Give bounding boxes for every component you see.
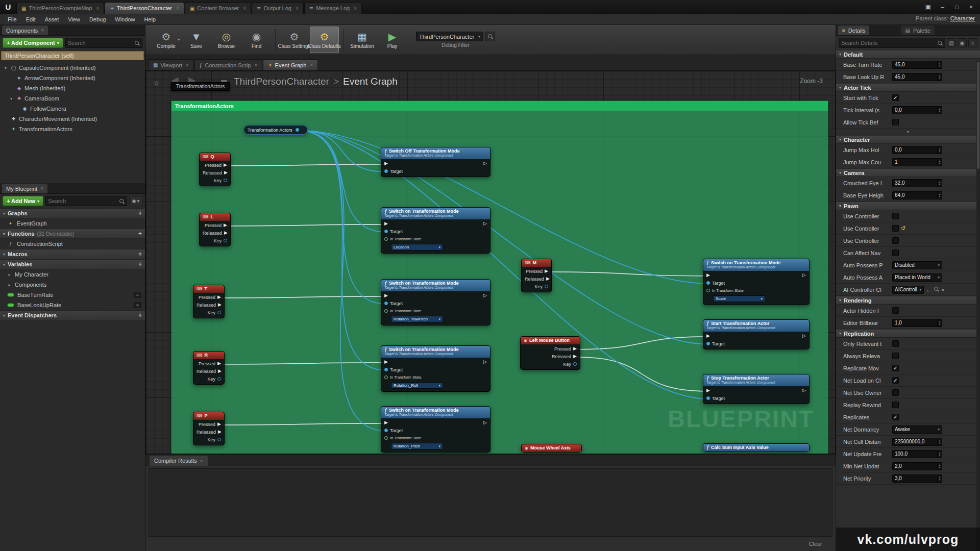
exec-output-pin[interactable]: ▶ (224, 223, 227, 228)
section-macros[interactable]: ▾Macros+ (0, 249, 145, 259)
expander-icon[interactable]: ▾ (9, 96, 14, 101)
menu-debug[interactable]: Debug (85, 15, 110, 24)
item-eventgraph[interactable]: ✦EventGraph (0, 218, 145, 229)
exec-output-pin[interactable]: ▷ (802, 273, 806, 278)
node-input-q[interactable]: ⌨QPressed▶Released▶Key (199, 153, 231, 186)
exec-output-pin[interactable]: ▶ (218, 430, 222, 434)
target-input-pin[interactable] (384, 302, 388, 305)
section-expand-caret[interactable]: ▾ (836, 129, 980, 135)
exec-output-pin[interactable]: ▷ (802, 388, 806, 393)
number-field[interactable]: 32,0▴▾ (892, 179, 942, 187)
components-tab[interactable]: Components × (2, 26, 48, 35)
expander-icon[interactable]: ▸ (7, 283, 12, 287)
variable-visibility-icon[interactable]: ≡ (134, 292, 141, 298)
close-icon[interactable]: × (176, 6, 179, 11)
section-graphs[interactable]: ▾Graphs+ (0, 208, 145, 218)
node-transformation-actors[interactable]: Transformation Actors (243, 125, 308, 135)
spinner[interactable]: ▴▾ (937, 475, 942, 482)
component-mesh-inherited[interactable]: ◆Mesh (Inherited) (0, 83, 145, 93)
add-icon[interactable]: + (138, 261, 142, 268)
checkbox[interactable] (892, 225, 899, 232)
number-field[interactable]: 0,0▴▾ (892, 146, 942, 154)
exec-output-pin[interactable]: ▶ (218, 303, 222, 307)
spinner[interactable]: ▴▾ (937, 438, 942, 445)
exec-output-pin[interactable]: ▶ (224, 163, 227, 167)
add-component-button[interactable]: + Add Component ▾ (3, 38, 63, 48)
state-dropdown[interactable]: Rotation_YawPitch▾ (391, 316, 443, 322)
exec-output-pin[interactable]: ▶ (545, 269, 548, 273)
spinner[interactable]: ▴▾ (937, 107, 942, 114)
menu-file[interactable]: File (3, 15, 21, 24)
item-components[interactable]: ▸Components (0, 280, 145, 290)
exec-output-pin[interactable]: ▶ (217, 422, 221, 427)
exec-output-pin[interactable]: ▷ (483, 420, 487, 425)
lock-icon[interactable]: ≡ (968, 38, 977, 47)
exec-input-pin[interactable]: ▶ (706, 388, 710, 393)
node-input-l[interactable]: ⌨LPressed▶Released▶Key (199, 213, 231, 246)
exec-output-pin[interactable]: ▶ (224, 231, 228, 235)
class-defaults-button[interactable]: ⚙Class Defaults (310, 27, 339, 53)
number-field[interactable]: 45,0▴▾ (892, 61, 942, 69)
visibility-filter-button[interactable]: ◉ ▾ (129, 196, 142, 206)
number-field[interactable]: 3,0▴▾ (892, 474, 942, 483)
menu-view[interactable]: View (63, 15, 85, 24)
compile-button[interactable]: ⚙Compile▾ (152, 27, 181, 53)
state-input-pin[interactable] (384, 309, 388, 313)
state-dropdown[interactable]: Scale▾ (713, 295, 765, 302)
exec-output-pin[interactable]: ▶ (573, 354, 577, 359)
key-output-pin[interactable] (217, 311, 221, 314)
spinner[interactable]: ▴▾ (937, 319, 942, 327)
spinner[interactable]: ▴▾ (937, 450, 942, 458)
checkbox[interactable]: ✓ (892, 365, 899, 371)
dropdown[interactable]: Awake▾ (892, 425, 942, 434)
window-tab-output-log[interactable]: ≣Output Log× (252, 2, 304, 14)
window-tab-thirdpersonexamplemap[interactable]: ▦ThirdPersonExampleMap× (16, 2, 104, 14)
exec-output-pin[interactable]: ▷ (483, 360, 487, 364)
browse-button[interactable]: ◎Browse (212, 27, 241, 53)
parent-class-value[interactable]: Character (950, 15, 975, 21)
dropdown[interactable]: Disabled▾ (892, 261, 942, 269)
node-input-t[interactable]: ⌨TPressed▶Released▶Key (193, 285, 225, 318)
menu-window[interactable]: Window (110, 15, 139, 24)
clear-button[interactable]: Clear (804, 540, 827, 548)
state-dropdown[interactable]: Rotation_Pitch▾ (391, 443, 443, 449)
state-dropdown[interactable]: Location▾ (391, 244, 443, 251)
spinner[interactable]: ▴▾ (937, 73, 942, 81)
target-input-pin[interactable] (384, 230, 388, 233)
node-input-m[interactable]: ⌨MPressed▶Released▶Key (521, 259, 552, 292)
node-start-transformation-actor[interactable]: ƒStart Transformation ActorTarget is Tra… (703, 319, 810, 349)
debug-search-button[interactable] (485, 32, 495, 41)
close-icon[interactable]: × (243, 6, 246, 11)
spinner[interactable]: ▴▾ (937, 146, 942, 154)
exec-input-pin[interactable]: ▶ (706, 334, 710, 338)
state-input-pin[interactable] (384, 237, 388, 241)
node-input-p[interactable]: ⌨PPressed▶Released▶Key (193, 412, 225, 445)
number-field[interactable]: 225000000,0▴▾ (892, 438, 942, 446)
add-icon[interactable]: + (138, 312, 142, 319)
tab-construction-scrip[interactable]: ƒConstruction Scrip× (194, 59, 262, 70)
close-icon[interactable]: × (96, 6, 100, 11)
my-blueprint-tab[interactable]: My Blueprint × (2, 184, 47, 193)
menu-asset[interactable]: Asset (40, 15, 64, 24)
variable-visibility-icon[interactable]: ≡ (134, 302, 141, 308)
exec-input-pin[interactable]: ▶ (384, 161, 388, 166)
my-blueprint-search[interactable] (45, 196, 127, 206)
number-field[interactable]: 2,0▴▾ (892, 462, 942, 470)
key-output-pin[interactable] (224, 239, 227, 242)
target-input-pin[interactable] (384, 429, 388, 432)
use-selected-icon[interactable]: ← (926, 287, 932, 293)
target-input-pin[interactable] (384, 169, 388, 173)
favorite-star-icon[interactable]: ☆ (153, 79, 160, 87)
object-output-pin[interactable] (296, 128, 299, 132)
details-section-replication[interactable]: ▾Replication (836, 329, 980, 338)
spinner[interactable]: ▴▾ (937, 180, 942, 187)
number-field[interactable]: 100,0▴▾ (892, 450, 942, 458)
tab-viewport[interactable]: ▦Viewport× (148, 59, 194, 70)
checkbox[interactable] (892, 402, 899, 408)
compiler-results-tab[interactable]: Compiler Results × (150, 456, 208, 466)
key-output-pin[interactable] (224, 179, 227, 182)
component-cameraboom[interactable]: ▾✚CameraBoom (0, 93, 145, 104)
close-icon[interactable]: × (41, 28, 44, 33)
details-search-input[interactable] (841, 40, 937, 46)
key-output-pin[interactable] (217, 377, 221, 381)
